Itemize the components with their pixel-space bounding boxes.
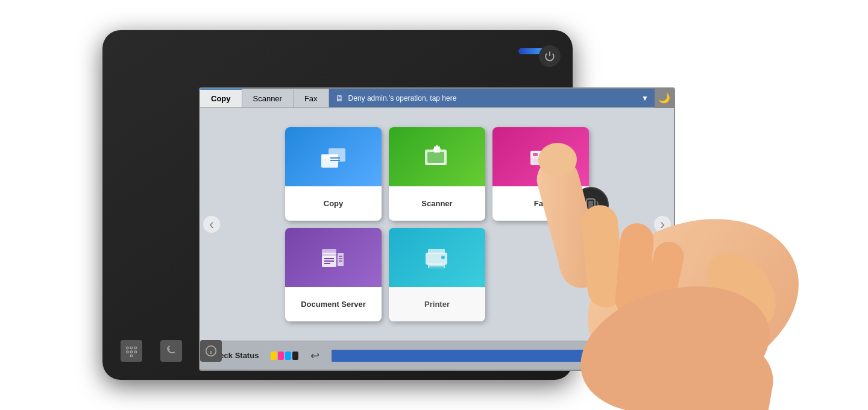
svg-rect-31 xyxy=(130,347,132,348)
svg-rect-41 xyxy=(588,201,593,209)
scanner-tile-icon-area xyxy=(389,127,485,186)
printer-tile-icon-area xyxy=(389,228,485,287)
printer-tile-label: Printer xyxy=(389,287,485,321)
notification-bar[interactable]: 🖥 Deny admin.'s operation, tap here ▼ xyxy=(329,89,655,107)
svg-rect-13 xyxy=(543,153,546,156)
svg-rect-18 xyxy=(322,249,336,254)
svg-rect-11 xyxy=(533,153,538,156)
blue-progress-bar xyxy=(332,350,665,362)
tab-scanner[interactable]: Scanner xyxy=(242,89,294,107)
app-tile-printer[interactable]: Printer xyxy=(389,228,485,321)
docserver-tile-icon-area xyxy=(285,228,382,287)
svg-point-48 xyxy=(694,239,790,339)
back-button[interactable]: ↩ xyxy=(310,349,319,362)
svg-rect-7 xyxy=(427,152,444,163)
fax-tile-icon-area xyxy=(492,127,589,186)
svg-rect-33 xyxy=(127,351,128,353)
device-body: Copy Scanner Fax 🖥 Deny admin.'s operati… xyxy=(102,30,573,380)
svg-rect-3 xyxy=(329,148,345,162)
app-tile-copy[interactable]: Copy xyxy=(285,127,382,221)
nfc-button[interactable] xyxy=(573,187,609,223)
device-bottom-buttons xyxy=(121,340,222,362)
sleep-button[interactable]: 🌙 xyxy=(655,89,674,108)
svg-rect-15 xyxy=(546,148,550,157)
svg-rect-32 xyxy=(134,347,136,348)
bottom-bar: Check Status ↩ xyxy=(200,341,674,370)
docserver-tile-label: Document Server xyxy=(285,287,382,321)
nav-left-button[interactable]: ‹ xyxy=(203,216,220,233)
scanner-tile-label: Scanner xyxy=(389,186,485,221)
notification-icon: 🖥 xyxy=(335,93,344,103)
tab-bar: Copy Scanner Fax 🖥 Deny admin.'s operati… xyxy=(200,89,674,108)
ink-black xyxy=(292,352,298,360)
ink-icons xyxy=(271,352,298,360)
svg-rect-36 xyxy=(130,355,132,357)
app-tile-document-server[interactable]: Document Server xyxy=(285,228,382,321)
keypad-button[interactable] xyxy=(121,340,142,362)
copy-tile-icon-area xyxy=(285,127,382,186)
reset-button[interactable] xyxy=(160,340,182,362)
app-tile-scanner[interactable]: Scanner xyxy=(389,127,485,221)
svg-rect-8 xyxy=(427,163,445,165)
notification-text: Deny admin.'s operation, tap here xyxy=(348,94,637,102)
ink-yellow xyxy=(271,352,277,360)
svg-point-28 xyxy=(441,256,445,259)
svg-rect-12 xyxy=(539,153,542,156)
ink-cyan xyxy=(285,352,291,360)
tab-fax[interactable]: Fax xyxy=(294,89,329,107)
svg-rect-26 xyxy=(428,249,445,254)
copy-tile-label: Copy xyxy=(285,186,382,221)
svg-rect-35 xyxy=(134,351,136,353)
ink-magenta xyxy=(278,352,284,360)
screen-container: Copy Scanner Fax 🖥 Deny admin.'s operati… xyxy=(199,87,675,371)
content-area: ‹ xyxy=(200,108,674,341)
notification-arrow-icon: ▼ xyxy=(641,94,649,102)
tab-copy[interactable]: Copy xyxy=(200,89,242,107)
svg-rect-27 xyxy=(428,263,445,268)
app-grid: Copy xyxy=(273,121,601,327)
svg-rect-30 xyxy=(127,347,128,348)
svg-rect-14 xyxy=(533,159,546,163)
power-button[interactable] xyxy=(539,45,561,67)
svg-rect-34 xyxy=(130,351,132,353)
nav-right-button[interactable]: › xyxy=(654,216,671,233)
info-button[interactable] xyxy=(200,340,222,362)
